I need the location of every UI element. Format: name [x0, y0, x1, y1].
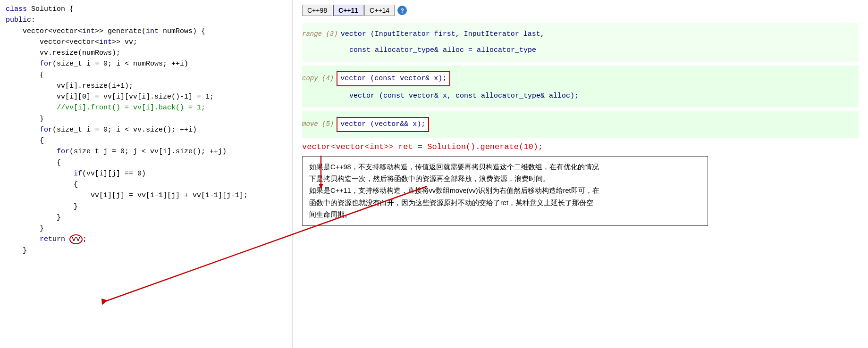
code-line-2: public:: [6, 15, 287, 25]
right-panel: C++98 C++11 C++14 ? range (3) vector (In…: [293, 0, 868, 348]
code-line-15: for(size_t j = 0; j < vv[i].size(); ++j): [6, 146, 287, 157]
explanation-box: 如果是C++98，不支持移动构造，传值返回就需要再拷贝构造这个二维数组，在有优化…: [302, 156, 708, 226]
code-line-11: }: [6, 114, 287, 124]
code-line-14: {: [6, 135, 287, 146]
ref-copy4-sig-boxed: vector (const vector& x);: [337, 71, 450, 86]
tab-cpp14[interactable]: C++14: [364, 5, 395, 16]
code-line-18: {: [6, 179, 287, 190]
code-line-5: vv.resize(numRows);: [6, 48, 287, 58]
tab-cpp98[interactable]: C++98: [302, 5, 332, 16]
code-line-13: for(size_t i = 0; i < vv.size(); ++i): [6, 124, 287, 135]
tabs-row: C++98 C++11 C++14 ?: [302, 5, 859, 16]
ref-range3: range (3) vector (InputIterator first, I…: [302, 23, 859, 62]
code-line-4: vector<vector<int>> vv;: [6, 37, 287, 48]
ref-move5-sig-boxed: vector (vector&& x);: [337, 117, 429, 132]
code-line-6: for(size_t i = 0; i < numRows; ++i): [6, 58, 287, 69]
code-line-9: vv[i][0] = vv[i][vv[i].size()-1] = 1;: [6, 91, 287, 102]
code-line-1: class Solution {: [6, 4, 287, 15]
ref-copy4-label: copy (4): [302, 73, 334, 84]
code-line-22: }: [6, 223, 287, 234]
call-text: vector<vector<int>> ret = Solution().gen…: [302, 142, 543, 151]
code-line-8: vv[i].resize(i+1);: [6, 81, 287, 91]
ref-copy4-sig2: vector (const vector& x, const allocator…: [349, 90, 579, 102]
code-line-25: }: [6, 245, 287, 256]
ref-copy4: copy (4) vector (const vector& x); vecto…: [302, 66, 859, 108]
help-icon[interactable]: ?: [397, 6, 407, 15]
code-line-10: //vv[i].front() = vv[i].back() = 1;: [6, 102, 287, 113]
tab-cpp11[interactable]: C++11: [333, 5, 363, 16]
code-line-24: return vv;: [6, 234, 287, 245]
ref-range3-label: range (3): [302, 29, 338, 40]
code-line-20: }: [6, 201, 287, 212]
ref-move5: move (5) vector (vector&& x);: [302, 111, 859, 138]
ref-move5-label: move (5): [302, 119, 334, 130]
ref-range3-sig1: vector (InputIterator first, InputIterat…: [341, 28, 545, 41]
ref-range3-sig2: const allocator_type& alloc = allocator_…: [349, 44, 536, 57]
code-line-17: if(vv[i][j] == 0): [6, 168, 287, 179]
code-panel: class Solution { public: vector<vector<i…: [0, 0, 293, 348]
explain-text: 如果是C++98，不支持移动构造，传值返回就需要再拷贝构造这个二维数组，在有优化…: [309, 161, 701, 221]
return-vv-circle: vv: [69, 234, 83, 244]
code-line-16: {: [6, 157, 287, 168]
code-line-19: vv[i][j] = vv[i-1][j] + vv[i-1][j-1];: [6, 190, 287, 201]
code-line-7: {: [6, 70, 287, 81]
code-line-3: vector<vector<int>> generate(int numRows…: [6, 26, 287, 37]
call-line: vector<vector<int>> ret = Solution().gen…: [302, 142, 859, 151]
code-line-21: }: [6, 212, 287, 223]
